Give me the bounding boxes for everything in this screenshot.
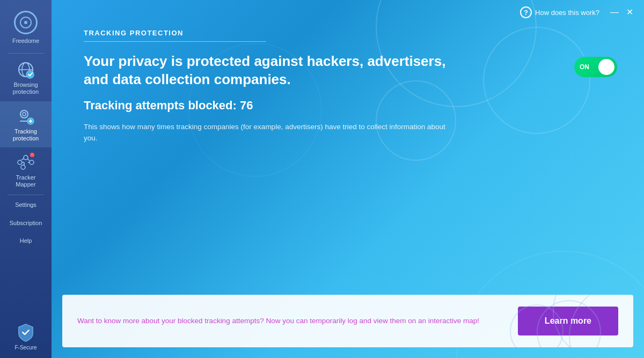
svg-point-12	[30, 160, 34, 165]
tracking-count-label: Tracking attempts blocked: 76	[84, 99, 253, 112]
toggle-container: ON	[574, 57, 617, 77]
title-underline	[84, 41, 266, 42]
toggle-knob	[598, 59, 614, 75]
help-label: How does this work?	[535, 9, 599, 17]
tracking-protection-icon	[16, 107, 35, 126]
protection-row: Your privacy is protected against hacker…	[84, 53, 617, 89]
top-bar: ? How does this work? — ✕	[52, 0, 644, 18]
svg-point-4	[20, 110, 28, 118]
svg-line-15	[21, 159, 24, 160]
sidebar-divider-top	[8, 53, 43, 54]
sidebar-item-browsing-protection[interactable]: Browsingprotection	[0, 55, 52, 101]
toggle-on-label: ON	[580, 63, 589, 71]
sidebar-item-help-label: Help	[20, 237, 32, 244]
sidebar-item-tracking-protection-label: Trackingprotection	[13, 128, 39, 142]
learn-more-button[interactable]: Learn more	[518, 307, 618, 335]
tracking-description: This shows how many times tracking compa…	[84, 121, 449, 144]
sidebar-divider-mid	[8, 195, 43, 195]
sidebar: Freedome Browsingprotection	[0, 0, 52, 358]
sidebar-item-settings-label: Settings	[15, 202, 36, 208]
fsecure-label: F-Secure	[14, 345, 36, 350]
svg-point-13	[21, 165, 25, 169]
tracking-protection-toggle[interactable]: ON	[574, 57, 617, 77]
svg-line-16	[27, 159, 30, 161]
sidebar-item-settings[interactable]: Settings	[0, 196, 52, 214]
page-title-section: TRACKING PROTECTION	[84, 29, 617, 42]
sidebar-item-help[interactable]: Help	[0, 232, 52, 250]
sidebar-item-tracking-protection[interactable]: Trackingprotection	[0, 101, 52, 147]
sidebar-logo-section: Freedome	[0, 5, 52, 52]
sidebar-item-tracker-mapper-label: TrackerMapper	[16, 174, 35, 188]
close-button[interactable]: ✕	[626, 8, 633, 17]
svg-point-3	[26, 71, 34, 78]
fsecure-logo: F-Secure	[14, 323, 36, 350]
bottom-banner: Want to know more about your blocked tra…	[62, 295, 633, 347]
tracker-mapper-badge	[30, 153, 34, 157]
banner-description: Want to know more about your blocked tra…	[77, 316, 507, 326]
tracking-count-row: Tracking attempts blocked: 76	[84, 99, 617, 113]
sidebar-item-subscription[interactable]: Subscription	[0, 214, 52, 232]
help-icon: ?	[520, 6, 532, 18]
svg-point-5	[23, 113, 26, 116]
freedome-logo-label: Freedome	[12, 38, 39, 44]
svg-point-10	[18, 160, 22, 165]
sidebar-item-tracker-mapper[interactable]: TrackerMapper	[0, 147, 52, 193]
browsing-protection-icon	[16, 60, 35, 79]
freedome-logo-icon	[14, 11, 38, 34]
main-content: ? How does this work? — ✕ TRACKING PROTE…	[52, 0, 644, 358]
sidebar-item-browsing-protection-label: Browsingprotection	[13, 81, 39, 95]
sidebar-item-subscription-label: Subscription	[10, 220, 42, 227]
page-content-area: TRACKING PROTECTION Your privacy is prot…	[52, 18, 644, 295]
page-title: TRACKING PROTECTION	[84, 29, 617, 37]
protection-headline: Your privacy is protected against hacker…	[84, 53, 470, 89]
tracker-mapper-icon	[16, 153, 35, 172]
help-button[interactable]: ? How does this work?	[520, 6, 599, 18]
window-controls: — ✕	[610, 8, 633, 17]
minimize-button[interactable]: —	[610, 8, 619, 17]
